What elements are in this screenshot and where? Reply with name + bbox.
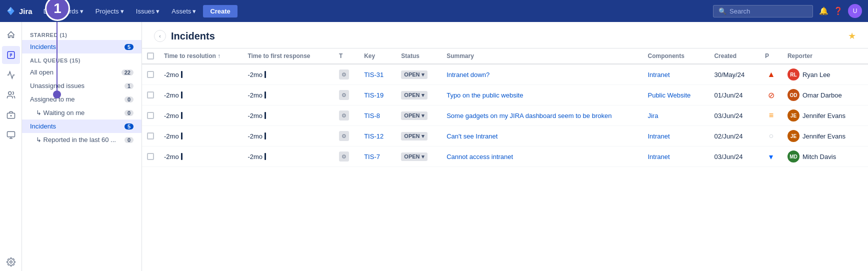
svg-point-11 [10, 261, 12, 264]
sidebar-item-unassigned[interactable]: Unassigned issues 1 [22, 79, 142, 92]
row-status-1[interactable]: OPEN ▾ [396, 85, 442, 106]
row-components-0[interactable]: Intranet [642, 64, 709, 85]
sidebar-icon-assets[interactable] [2, 106, 20, 124]
sidebar-item-assigned-to-me-label: Assigned to me [30, 96, 124, 103]
row-priority-3: ○ [760, 126, 782, 146]
issues-table: Time to resolution ↑ Time to first respo… [142, 48, 868, 167]
svg-rect-8 [7, 132, 14, 137]
row-reporter-0: RL Ryan Lee [782, 64, 868, 85]
table-row: -2mo -2mo ⚙ TIS-19 OPEN ▾ Typo on the pu… [142, 85, 868, 106]
star-button[interactable]: ★ [848, 30, 856, 42]
sidebar-item-incidents-label: Incidents [30, 122, 124, 130]
sidebar-icon-settings[interactable] [2, 253, 20, 271]
row-priority-0: ▲ [760, 64, 782, 85]
row-key-1[interactable]: TIS-19 [359, 85, 396, 106]
table-row: -2mo -2mo ⚙ TIS-31 OPEN ▾ Intranet down?… [142, 64, 868, 85]
help-icon[interactable]: ❓ [834, 6, 843, 16]
nav-assets[interactable]: Assets ▾ [166, 6, 201, 17]
th-status[interactable]: Status [396, 48, 442, 64]
sidebar-icon-queues[interactable] [2, 46, 20, 64]
row-summary-3[interactable]: Can't see Intranet [442, 126, 642, 146]
sidebar-icon-reports[interactable] [2, 66, 20, 84]
sidebar-item-unassigned-label: Unassigned issues [30, 82, 124, 90]
sidebar-item-all-open[interactable]: All open 22 [22, 66, 142, 79]
row-summary-2[interactable]: Some gadgets on my JIRA dashboard seem t… [442, 106, 642, 126]
row-time-to-resolution-0: -2mo [159, 64, 242, 85]
sidebar-item-waiting-on-me-label: ↳ Waiting on me [36, 109, 124, 116]
nav-issues[interactable]: Issues ▾ [131, 6, 165, 17]
sidebar-item-incidents-starred[interactable]: Incidents 5 [22, 40, 142, 54]
row-reporter-4: MD Mitch Davis [782, 146, 868, 167]
queue-sidebar: STARRED (1) Incidents 5 ALL QUEUES (15) … [22, 22, 142, 271]
th-time-to-first-response[interactable]: Time to first response [242, 48, 334, 64]
row-time-to-first-response-3: -2mo [242, 126, 334, 146]
sidebar-item-reported-last-60[interactable]: ↳ Reported in the last 60 ... 0 [22, 133, 142, 146]
app-body: STARRED (1) Incidents 5 ALL QUEUES (15) … [0, 22, 868, 271]
table-row: -2mo -2mo ⚙ TIS-8 OPEN ▾ Some gadgets on… [142, 106, 868, 126]
create-button[interactable]: Create [203, 5, 237, 18]
row-checkbox-4[interactable] [142, 146, 159, 167]
svg-point-4 [8, 92, 11, 94]
row-priority-4: ▾ [760, 146, 782, 167]
notifications-icon[interactable]: 🔔 [819, 6, 828, 16]
nav-projects[interactable]: Projects ▾ [90, 6, 129, 17]
row-components-4[interactable]: Intranet [642, 146, 709, 167]
top-nav: Jira Dashboards ▾ Projects ▾ Issues ▾ As… [0, 0, 868, 22]
row-status-2[interactable]: OPEN ▾ [396, 106, 442, 126]
sidebar-item-incidents-starred-label: Incidents [30, 43, 124, 50]
th-reporter[interactable]: Reporter [782, 48, 868, 64]
th-time-to-resolution[interactable]: Time to resolution ↑ [159, 48, 242, 64]
row-time-to-first-response-4: -2mo [242, 146, 334, 167]
row-type-4: ⚙ [334, 146, 359, 167]
search-bar[interactable]: 🔍 Search [713, 5, 813, 18]
row-key-4[interactable]: TIS-7 [359, 146, 396, 167]
sidebar-item-incidents[interactable]: Incidents 5 [22, 120, 142, 133]
row-checkbox-2[interactable] [142, 106, 159, 126]
th-key[interactable]: Key [359, 48, 396, 64]
row-status-3[interactable]: OPEN ▾ [396, 126, 442, 146]
select-all-checkbox[interactable] [147, 52, 154, 60]
row-status-0[interactable]: OPEN ▾ [396, 64, 442, 85]
th-priority[interactable]: P [760, 48, 782, 64]
sidebar-item-waiting-on-me[interactable]: ↳ Waiting on me 0 [22, 106, 142, 120]
row-checkbox-0[interactable] [142, 64, 159, 85]
row-type-3: ⚙ [334, 126, 359, 146]
table-row: -2mo -2mo ⚙ TIS-7 OPEN ▾ Cannot access i… [142, 146, 868, 167]
sidebar-item-incidents-starred-badge: 5 [124, 44, 134, 50]
page-title: Incidents [171, 30, 848, 42]
sidebar-item-unassigned-badge: 1 [124, 83, 134, 89]
collapse-button[interactable]: ‹ [154, 30, 166, 42]
row-key-0[interactable]: TIS-31 [359, 64, 396, 85]
th-type[interactable]: T [334, 48, 359, 64]
row-checkbox-1[interactable] [142, 85, 159, 106]
annotation-line [56, 22, 58, 92]
row-key-2[interactable]: TIS-8 [359, 106, 396, 126]
sidebar-item-assigned-to-me-badge: 0 [124, 96, 134, 102]
row-time-to-first-response-1: -2mo [242, 85, 334, 106]
sidebar-item-assigned-to-me[interactable]: Assigned to me 0 [22, 92, 142, 106]
row-components-3[interactable]: Intranet [642, 126, 709, 146]
row-time-to-resolution-3: -2mo [159, 126, 242, 146]
sidebar-icon-people[interactable] [2, 86, 20, 104]
row-summary-1[interactable]: Typo on the public website [442, 85, 642, 106]
row-components-2[interactable]: Jira [642, 106, 709, 126]
row-summary-0[interactable]: Intranet down? [442, 64, 642, 85]
user-avatar[interactable]: U [848, 4, 862, 18]
main-header: ‹ Incidents ★ [142, 22, 868, 48]
row-status-4[interactable]: OPEN ▾ [396, 146, 442, 167]
row-time-to-resolution-2: -2mo [159, 106, 242, 126]
nav-icons: 🔔 ❓ U [819, 4, 862, 18]
th-components[interactable]: Components [642, 48, 709, 64]
nav-logo[interactable]: Jira [6, 6, 32, 16]
th-created[interactable]: Created [709, 48, 760, 64]
sidebar-icon-home[interactable] [2, 26, 20, 44]
row-components-1[interactable]: Public Website [642, 85, 709, 106]
row-time-to-resolution-4: -2mo [159, 146, 242, 167]
th-summary[interactable]: Summary [442, 48, 642, 64]
sidebar-item-waiting-on-me-badge: 0 [124, 110, 134, 116]
row-key-3[interactable]: TIS-12 [359, 126, 396, 146]
row-summary-4[interactable]: Cannot access intranet [442, 146, 642, 167]
sidebar-icon-monitor[interactable] [2, 126, 20, 144]
sidebar-item-reported-last-60-badge: 0 [124, 137, 134, 143]
row-checkbox-3[interactable] [142, 126, 159, 146]
